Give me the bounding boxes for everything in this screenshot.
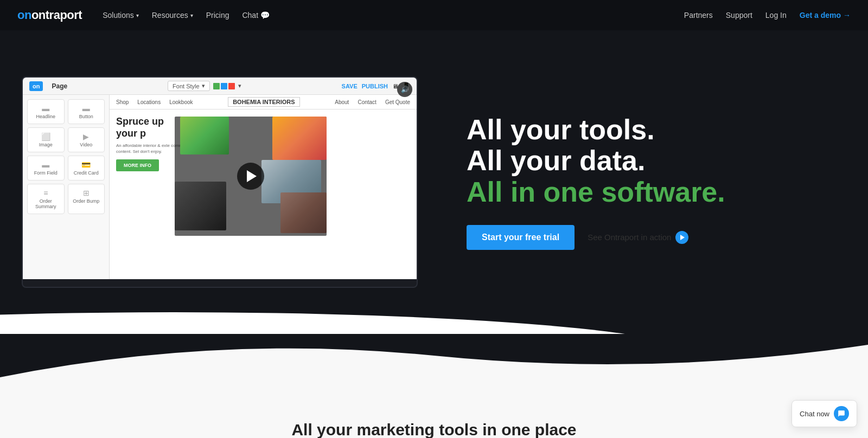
on-badge: on bbox=[29, 81, 43, 91]
logo[interactable]: onontraport bbox=[17, 8, 82, 22]
hero-headline: All your tools. All your data. All in on… bbox=[467, 114, 825, 208]
chevron-down-icon: ▾ bbox=[238, 82, 241, 89]
lower-section: All your marketing tools in one place Cr… bbox=[0, 377, 868, 438]
sidebar-items-grid: ▬ Headline ▬ Button ⬜ Image ▶ bbox=[27, 99, 105, 214]
headline-icon: ▬ bbox=[30, 104, 62, 113]
arrow-icon: → bbox=[843, 11, 851, 20]
save-button[interactable]: SAVE bbox=[342, 83, 358, 89]
sidebar-item-video[interactable]: ▶ Video bbox=[68, 127, 105, 152]
sidebar-item-image[interactable]: ⬜ Image bbox=[27, 127, 65, 152]
sidebar-item-button[interactable]: ▬ Button bbox=[68, 99, 105, 124]
color-swatches bbox=[213, 83, 235, 89]
chevron-down-icon: ▾ bbox=[190, 12, 193, 18]
editor-toolbar: on Page Font Style ▾ ▾ SAVE bbox=[23, 78, 417, 95]
chat-label: Chat now bbox=[800, 410, 829, 418]
nav-left: onontraport Solutions▾ Resources▾ Pricin… bbox=[17, 8, 275, 23]
editor-body: ▬ Headline ▬ Button ⬜ Image ▶ bbox=[23, 95, 417, 279]
canvas-brand: BOHEMIA INTERIORS bbox=[228, 97, 300, 107]
nav-chat[interactable]: Chat 💬 bbox=[237, 8, 275, 23]
canvas-nav-getquote: Get Quote bbox=[385, 99, 410, 105]
nav-login[interactable]: Log In bbox=[765, 11, 787, 20]
nav-links: Solutions▾ Resources▾ Pricing Chat 💬 bbox=[97, 8, 275, 23]
font-style-button[interactable]: Font Style ▾ bbox=[168, 81, 210, 91]
chevron-down-icon: ▾ bbox=[202, 82, 205, 89]
canvas-more-info-button[interactable]: MORE INFO bbox=[116, 159, 159, 171]
collage-image-2 bbox=[180, 117, 229, 154]
nav-solutions[interactable]: Solutions▾ bbox=[97, 8, 144, 23]
canvas-nav-locations: Locations bbox=[137, 99, 161, 105]
color-swatch-blue[interactable] bbox=[221, 83, 227, 89]
navbar: onontraport Solutions▾ Resources▾ Pricin… bbox=[0, 0, 868, 30]
collage-image-4 bbox=[175, 182, 226, 230]
publish-button[interactable]: PUBLISH bbox=[362, 83, 388, 89]
nav-pricing[interactable]: Pricing bbox=[201, 8, 235, 23]
nav-get-demo[interactable]: Get a demo → bbox=[800, 11, 851, 20]
hero-headline-accent: All in one software. bbox=[467, 176, 725, 208]
sidebar-item-creditcard[interactable]: 💳 Credit Card bbox=[68, 156, 105, 181]
color-swatch-red[interactable] bbox=[228, 83, 235, 89]
sidebar-item-ordersummary[interactable]: ≡ Order Summary bbox=[27, 184, 65, 214]
chat-widget[interactable]: Chat now bbox=[792, 400, 857, 427]
toolbar-left: on Page bbox=[29, 81, 67, 91]
hero-text: All your tools. All your data. All in on… bbox=[434, 114, 825, 250]
canvas-nav-lookbook: Lookbook bbox=[169, 99, 193, 105]
video-overlay[interactable] bbox=[175, 117, 327, 236]
canvas-nav-contact: Contact bbox=[358, 99, 376, 105]
canvas-nav-shop: Shop bbox=[116, 99, 129, 105]
button-icon: ▬ bbox=[71, 104, 103, 113]
nav-partners[interactable]: Partners bbox=[684, 11, 713, 20]
video-icon: ▶ bbox=[71, 132, 103, 141]
canvas-area: Shop Locations Lookbook BOHEMIA INTERIOR… bbox=[110, 95, 417, 279]
sidebar-item-formfield[interactable]: ▬ Form Field bbox=[27, 156, 65, 181]
play-button[interactable] bbox=[237, 163, 264, 190]
hero-cta-row: Start your free trial See Ontraport in a… bbox=[467, 225, 825, 250]
hero-video-mockup: on Page Font Style ▾ ▾ SAVE bbox=[22, 76, 434, 288]
editor-frame: on Page Font Style ▾ ▾ SAVE bbox=[22, 76, 418, 288]
chat-icon: 💬 bbox=[260, 11, 270, 20]
image-icon: ⬜ bbox=[30, 132, 62, 141]
lower-heading: All your marketing tools in one place bbox=[22, 421, 846, 438]
nav-support[interactable]: Support bbox=[726, 11, 752, 20]
sidebar-item-orderbump[interactable]: ⊞ Order Bump bbox=[68, 184, 105, 214]
hero-section: on Page Font Style ▾ ▾ SAVE bbox=[0, 30, 868, 334]
editor-sidebar: ▬ Headline ▬ Button ⬜ Image ▶ bbox=[23, 95, 110, 279]
play-icon bbox=[247, 170, 257, 182]
wave-divider bbox=[0, 334, 868, 377]
nav-right: Partners Support Log In Get a demo → bbox=[684, 11, 851, 20]
collage-image-1 bbox=[272, 117, 327, 160]
page-label: Page bbox=[52, 82, 67, 90]
play-small-icon bbox=[680, 235, 685, 240]
sidebar-item-headline[interactable]: ▬ Headline bbox=[27, 99, 65, 124]
color-swatch-green[interactable] bbox=[213, 83, 220, 89]
collage-image-5 bbox=[280, 192, 327, 233]
canvas-nav-about: About bbox=[335, 99, 349, 105]
sound-button[interactable]: 🔊 bbox=[397, 82, 412, 97]
credit-card-icon: 💳 bbox=[71, 160, 103, 169]
canvas-nav: Shop Locations Lookbook BOHEMIA INTERIOR… bbox=[110, 95, 417, 110]
play-circle-icon bbox=[675, 231, 688, 244]
chevron-down-icon: ▾ bbox=[136, 12, 139, 18]
see-in-action-link[interactable]: See Ontraport in action bbox=[588, 231, 688, 244]
order-bump-icon: ⊞ bbox=[71, 189, 103, 197]
toolbar-center: Font Style ▾ ▾ bbox=[168, 81, 241, 91]
nav-resources[interactable]: Resources▾ bbox=[146, 8, 199, 23]
chat-bubble-icon bbox=[838, 410, 845, 417]
logo-accent: on bbox=[17, 8, 31, 22]
chat-icon bbox=[834, 406, 849, 421]
wave-svg bbox=[0, 334, 868, 377]
order-summary-icon: ≡ bbox=[30, 189, 62, 197]
start-trial-button[interactable]: Start your free trial bbox=[467, 225, 575, 250]
form-icon: ▬ bbox=[30, 160, 62, 169]
logo-text: ontraport bbox=[31, 8, 82, 22]
